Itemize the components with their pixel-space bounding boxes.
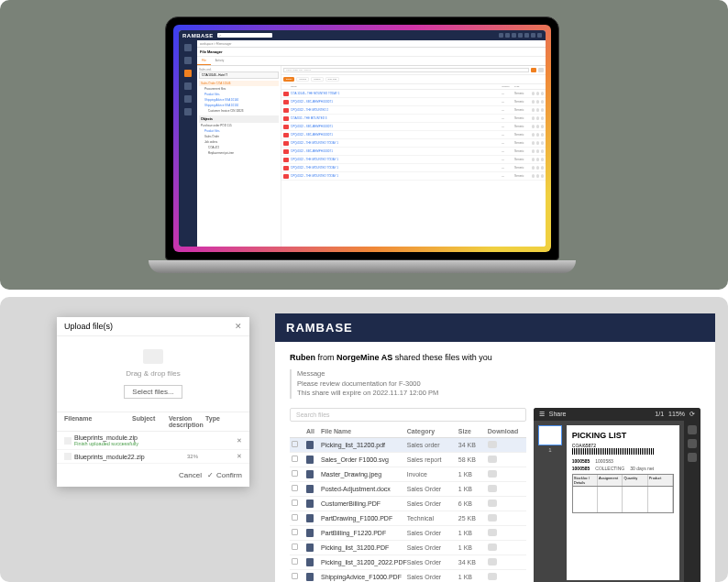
tab-file[interactable]: File	[197, 57, 211, 65]
checkbox[interactable]	[292, 485, 298, 491]
action-icon[interactable]	[532, 141, 535, 145]
action-icon[interactable]	[536, 141, 540, 145]
select-files-button[interactable]: Select files...	[124, 385, 182, 399]
nav-files-icon[interactable]	[184, 70, 192, 77]
download-icon[interactable]	[488, 558, 497, 566]
filter-clear[interactable]	[538, 68, 544, 72]
share-label[interactable]: Share	[549, 411, 567, 417]
share-file-row[interactable]: ShippingAdvice_F1000.PDFSales Order1 KB	[290, 570, 526, 583]
nav-find-icon[interactable]	[184, 44, 192, 51]
header-icon[interactable]	[505, 33, 510, 38]
header-icon[interactable]	[524, 33, 529, 38]
menu-icon[interactable]: ☰	[539, 411, 545, 418]
file-row[interactable]: CPQ/4322 - THE MOUNTED TODAY 1—Generic	[281, 156, 546, 164]
checkbox[interactable]	[292, 544, 298, 550]
share-file-row[interactable]: Master_Drawing.jpegInvoice1 KB	[290, 467, 526, 482]
share-file-row[interactable]: Picking_list_31200.pdfSales order34 KB	[290, 438, 526, 453]
action-icon[interactable]	[536, 174, 540, 178]
action-icon[interactable]	[536, 92, 540, 95]
action-icon[interactable]	[541, 158, 545, 161]
action-icon[interactable]	[541, 174, 545, 178]
share-file-row[interactable]: PartDrawing_F1000.PDFTechnical25 KB	[290, 511, 526, 526]
nav-boxes-icon[interactable]	[184, 82, 192, 90]
file-row[interactable]: COA 10146 - THE MOUNTED TODAY 1—Generic	[281, 90, 546, 98]
share-file-row[interactable]: PartBilling_F1220.PDFSales Order1 KB	[290, 526, 526, 541]
action-icon[interactable]	[532, 158, 535, 161]
download-icon[interactable]	[488, 544, 497, 551]
file-row[interactable]: CPQ/4322 - SBC-MEMPH/100071—Generic	[281, 148, 546, 156]
nav-settings-icon[interactable]	[184, 95, 192, 103]
file-row[interactable]: CPQ/4322 - SBC-MEMPH/100071—Generic	[281, 123, 546, 131]
col-all[interactable]: All	[306, 428, 321, 434]
action-icon[interactable]	[532, 174, 535, 178]
download-icon[interactable]	[488, 485, 497, 492]
share-search-input[interactable]: Search files	[290, 408, 526, 422]
chip-invoice[interactable]: Invoice	[296, 77, 309, 82]
action-icon[interactable]	[532, 108, 535, 112]
global-search[interactable]: ⌕	[217, 33, 272, 38]
action-icon[interactable]	[541, 100, 545, 104]
action-icon[interactable]	[532, 166, 535, 170]
col-category[interactable]: Category	[407, 428, 458, 434]
action-icon[interactable]	[541, 125, 545, 128]
checkbox[interactable]	[292, 558, 298, 565]
action-icon[interactable]	[532, 116, 535, 120]
nav-tools-icon[interactable]	[184, 108, 192, 115]
file-row[interactable]: CPQ/4322 - THE MOUNTED TODAY 1—Generic	[281, 164, 546, 172]
download-icon[interactable]	[488, 470, 497, 478]
file-filter-search[interactable]: Sales Order COA 10471	[283, 68, 529, 72]
object-item[interactable]: Replacement pri-tree	[199, 150, 279, 156]
tree-object-select[interactable]: COA/10146 - Hatel T	[199, 71, 279, 79]
file-row[interactable]: CPQ/4322 - SBC-MEMPH/100071—Generic	[281, 131, 546, 139]
file-row[interactable]: CPQ/4322 - THE MOUNTED 2—Generic	[281, 106, 546, 115]
download-icon[interactable]	[488, 441, 497, 448]
chip-email[interactable]: Email	[283, 77, 294, 82]
download-icon[interactable]	[688, 425, 697, 434]
checkbox[interactable]	[292, 456, 298, 462]
action-icon[interactable]	[541, 116, 545, 120]
print-icon[interactable]	[688, 439, 697, 448]
checkbox[interactable]	[292, 514, 298, 521]
col-version[interactable]: Version	[502, 85, 514, 88]
header-icon[interactable]	[512, 33, 516, 38]
share-file-row[interactable]: Picking_list_31200_2022.PDFSales Order34…	[290, 555, 526, 570]
nav-cart-icon[interactable]	[184, 57, 192, 64]
checkbox[interactable]	[292, 573, 298, 579]
checkbox[interactable]	[292, 529, 298, 535]
header-icon[interactable]	[531, 33, 535, 38]
more-icon[interactable]	[688, 453, 697, 462]
col-filename[interactable]: File Name	[321, 428, 407, 434]
action-icon[interactable]	[541, 108, 545, 112]
action-icon[interactable]	[536, 149, 540, 153]
action-icon[interactable]	[536, 100, 540, 104]
col-size[interactable]: Size	[458, 428, 488, 434]
action-icon[interactable]	[536, 166, 540, 170]
remove-icon[interactable]: ✕	[237, 453, 242, 460]
chip-labels[interactable]: Labels	[311, 77, 323, 82]
action-icon[interactable]	[532, 92, 535, 95]
remove-icon[interactable]: ✕	[237, 437, 242, 445]
confirm-button[interactable]: ✓ Confirm	[207, 471, 242, 479]
page-thumbnail[interactable]	[538, 425, 562, 445]
rotate-icon[interactable]: ⟳	[689, 411, 695, 418]
cancel-button[interactable]: Cancel	[179, 471, 202, 479]
action-icon[interactable]	[541, 141, 545, 145]
chip-sub-files[interactable]: Sub-files	[325, 77, 340, 82]
action-icon[interactable]	[536, 158, 540, 161]
download-icon[interactable]	[488, 456, 497, 463]
checkbox[interactable]	[292, 470, 298, 477]
file-row[interactable]: CPQ/4322 - THE MOUNTED TODAY 1—Generic	[281, 139, 546, 148]
filter-button[interactable]	[531, 68, 536, 72]
share-file-row[interactable]: Posted-Adjustment.docxSales Order1 KB	[290, 482, 526, 497]
drop-zone[interactable]: Drag & drop files Select files...	[57, 336, 249, 412]
action-icon[interactable]	[532, 125, 535, 128]
tab-activity[interactable]: Activity	[211, 57, 229, 65]
action-icon[interactable]	[536, 116, 540, 120]
checkbox[interactable]	[292, 441, 298, 447]
checkbox[interactable]	[292, 500, 298, 506]
action-icon[interactable]	[536, 125, 540, 128]
file-row[interactable]: COA/032 - THE MOUNTED 3—Generic	[281, 115, 546, 123]
download-icon[interactable]	[488, 514, 497, 522]
action-icon[interactable]	[532, 133, 535, 137]
action-icon[interactable]	[532, 149, 535, 153]
